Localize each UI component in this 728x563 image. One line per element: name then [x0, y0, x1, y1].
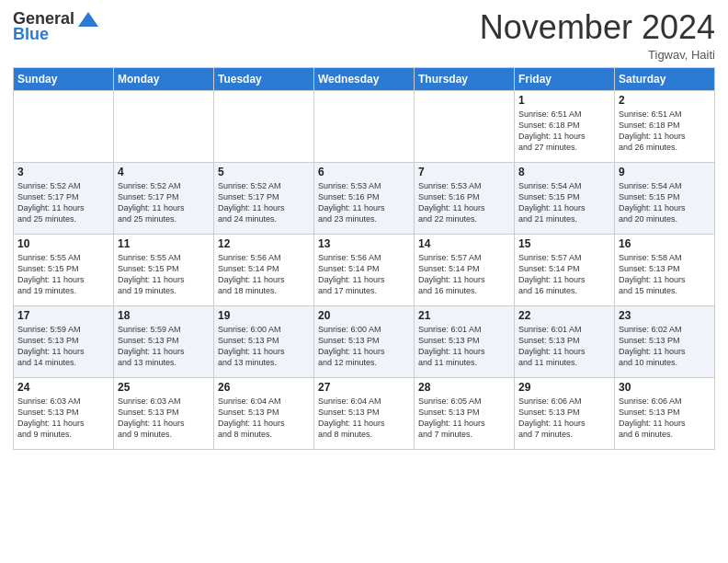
day-number: 4	[118, 166, 210, 178]
week-row-1: 1Sunrise: 6:51 AM Sunset: 6:18 PM Daylig…	[14, 90, 715, 162]
logo: General Blue	[13, 9, 98, 44]
weekday-tuesday: Tuesday	[214, 67, 314, 90]
calendar-cell	[415, 90, 515, 162]
day-number: 5	[218, 166, 310, 178]
calendar-cell: 10Sunrise: 5:55 AM Sunset: 5:15 PM Dayli…	[14, 234, 114, 305]
day-number: 25	[118, 381, 210, 394]
day-info: Sunrise: 6:00 AM Sunset: 5:13 PM Dayligh…	[318, 324, 410, 369]
calendar-cell: 29Sunrise: 6:06 AM Sunset: 5:13 PM Dayli…	[515, 377, 615, 449]
day-info: Sunrise: 6:03 AM Sunset: 5:13 PM Dayligh…	[17, 396, 109, 441]
calendar: SundayMondayTuesdayWednesdayThursdayFrid…	[13, 67, 715, 450]
day-info: Sunrise: 6:05 AM Sunset: 5:13 PM Dayligh…	[418, 396, 510, 441]
calendar-cell: 21Sunrise: 6:01 AM Sunset: 5:13 PM Dayli…	[415, 305, 515, 377]
day-number: 8	[518, 166, 610, 178]
day-number: 10	[17, 237, 109, 250]
calendar-cell: 16Sunrise: 5:58 AM Sunset: 5:13 PM Dayli…	[615, 234, 715, 305]
day-info: Sunrise: 5:53 AM Sunset: 5:16 PM Dayligh…	[318, 180, 410, 225]
month-title: November 2024	[480, 9, 715, 46]
calendar-cell: 14Sunrise: 5:57 AM Sunset: 5:14 PM Dayli…	[415, 234, 515, 305]
day-info: Sunrise: 6:00 AM Sunset: 5:13 PM Dayligh…	[218, 324, 310, 369]
day-info: Sunrise: 6:02 AM Sunset: 5:13 PM Dayligh…	[619, 324, 711, 369]
calendar-cell: 15Sunrise: 5:57 AM Sunset: 5:14 PM Dayli…	[515, 234, 615, 305]
weekday-header-row: SundayMondayTuesdayWednesdayThursdayFrid…	[14, 67, 715, 90]
day-info: Sunrise: 5:53 AM Sunset: 5:16 PM Dayligh…	[418, 180, 510, 225]
calendar-cell: 22Sunrise: 6:01 AM Sunset: 5:13 PM Dayli…	[515, 305, 615, 377]
week-row-2: 3Sunrise: 5:52 AM Sunset: 5:17 PM Daylig…	[14, 162, 715, 234]
day-info: Sunrise: 6:51 AM Sunset: 6:18 PM Dayligh…	[619, 109, 711, 154]
calendar-cell: 5Sunrise: 5:52 AM Sunset: 5:17 PM Daylig…	[214, 162, 314, 234]
calendar-cell: 18Sunrise: 5:59 AM Sunset: 5:13 PM Dayli…	[114, 305, 214, 377]
day-number: 23	[619, 309, 711, 322]
title-block: November 2024 Tigwav, Haiti	[480, 9, 715, 62]
day-number: 19	[218, 309, 310, 322]
day-number: 30	[619, 381, 711, 394]
day-info: Sunrise: 5:52 AM Sunset: 5:17 PM Dayligh…	[17, 180, 109, 225]
day-info: Sunrise: 5:52 AM Sunset: 5:17 PM Dayligh…	[218, 180, 310, 225]
day-info: Sunrise: 6:51 AM Sunset: 6:18 PM Dayligh…	[518, 109, 610, 154]
day-number: 13	[318, 237, 410, 250]
day-info: Sunrise: 6:04 AM Sunset: 5:13 PM Dayligh…	[318, 396, 410, 441]
day-number: 11	[118, 237, 210, 250]
day-info: Sunrise: 5:54 AM Sunset: 5:15 PM Dayligh…	[619, 180, 711, 225]
calendar-cell: 4Sunrise: 5:52 AM Sunset: 5:17 PM Daylig…	[114, 162, 214, 234]
calendar-cell: 26Sunrise: 6:04 AM Sunset: 5:13 PM Dayli…	[214, 377, 314, 449]
day-number: 3	[17, 166, 109, 178]
calendar-cell: 27Sunrise: 6:04 AM Sunset: 5:13 PM Dayli…	[314, 377, 415, 449]
day-info: Sunrise: 5:59 AM Sunset: 5:13 PM Dayligh…	[118, 324, 210, 369]
calendar-cell: 6Sunrise: 5:53 AM Sunset: 5:16 PM Daylig…	[314, 162, 415, 234]
week-row-4: 17Sunrise: 5:59 AM Sunset: 5:13 PM Dayli…	[14, 305, 715, 377]
calendar-cell	[114, 90, 214, 162]
calendar-cell: 9Sunrise: 5:54 AM Sunset: 5:15 PM Daylig…	[615, 162, 715, 234]
calendar-cell: 12Sunrise: 5:56 AM Sunset: 5:14 PM Dayli…	[214, 234, 314, 305]
calendar-cell: 23Sunrise: 6:02 AM Sunset: 5:13 PM Dayli…	[615, 305, 715, 377]
week-row-5: 24Sunrise: 6:03 AM Sunset: 5:13 PM Dayli…	[14, 377, 715, 449]
location: Tigwav, Haiti	[480, 48, 715, 62]
day-info: Sunrise: 5:57 AM Sunset: 5:14 PM Dayligh…	[418, 252, 510, 297]
calendar-cell: 11Sunrise: 5:55 AM Sunset: 5:15 PM Dayli…	[114, 234, 214, 305]
weekday-thursday: Thursday	[415, 67, 515, 90]
logo-icon	[78, 12, 98, 27]
weekday-monday: Monday	[114, 67, 214, 90]
calendar-cell: 24Sunrise: 6:03 AM Sunset: 5:13 PM Dayli…	[14, 377, 114, 449]
calendar-cell: 19Sunrise: 6:00 AM Sunset: 5:13 PM Dayli…	[214, 305, 314, 377]
day-info: Sunrise: 6:04 AM Sunset: 5:13 PM Dayligh…	[218, 396, 310, 441]
calendar-cell: 8Sunrise: 5:54 AM Sunset: 5:15 PM Daylig…	[515, 162, 615, 234]
calendar-cell	[14, 90, 114, 162]
weekday-friday: Friday	[515, 67, 615, 90]
day-info: Sunrise: 5:52 AM Sunset: 5:17 PM Dayligh…	[118, 180, 210, 225]
day-info: Sunrise: 6:06 AM Sunset: 5:13 PM Dayligh…	[619, 396, 711, 441]
day-number: 17	[17, 309, 109, 322]
day-info: Sunrise: 6:06 AM Sunset: 5:13 PM Dayligh…	[518, 396, 610, 441]
day-number: 18	[118, 309, 210, 322]
day-number: 12	[218, 237, 310, 250]
day-info: Sunrise: 6:01 AM Sunset: 5:13 PM Dayligh…	[518, 324, 610, 369]
calendar-cell: 28Sunrise: 6:05 AM Sunset: 5:13 PM Dayli…	[415, 377, 515, 449]
calendar-cell: 7Sunrise: 5:53 AM Sunset: 5:16 PM Daylig…	[415, 162, 515, 234]
calendar-cell: 3Sunrise: 5:52 AM Sunset: 5:17 PM Daylig…	[14, 162, 114, 234]
day-number: 6	[318, 166, 410, 178]
week-row-3: 10Sunrise: 5:55 AM Sunset: 5:15 PM Dayli…	[14, 234, 715, 305]
day-info: Sunrise: 5:57 AM Sunset: 5:14 PM Dayligh…	[518, 252, 610, 297]
day-info: Sunrise: 5:54 AM Sunset: 5:15 PM Dayligh…	[518, 180, 610, 225]
day-number: 16	[619, 237, 711, 250]
calendar-cell: 17Sunrise: 5:59 AM Sunset: 5:13 PM Dayli…	[14, 305, 114, 377]
day-info: Sunrise: 5:59 AM Sunset: 5:13 PM Dayligh…	[17, 324, 109, 369]
day-info: Sunrise: 6:03 AM Sunset: 5:13 PM Dayligh…	[118, 396, 210, 441]
day-info: Sunrise: 6:01 AM Sunset: 5:13 PM Dayligh…	[418, 324, 510, 369]
day-number: 29	[518, 381, 610, 394]
day-number: 14	[418, 237, 510, 250]
weekday-wednesday: Wednesday	[314, 67, 415, 90]
day-info: Sunrise: 5:58 AM Sunset: 5:13 PM Dayligh…	[619, 252, 711, 297]
day-number: 22	[518, 309, 610, 322]
day-number: 28	[418, 381, 510, 394]
day-number: 7	[418, 166, 510, 178]
calendar-cell: 2Sunrise: 6:51 AM Sunset: 6:18 PM Daylig…	[615, 90, 715, 162]
calendar-cell: 20Sunrise: 6:00 AM Sunset: 5:13 PM Dayli…	[314, 305, 415, 377]
page: General Blue November 2024 Tigwav, Haiti…	[0, 0, 728, 563]
weekday-saturday: Saturday	[615, 67, 715, 90]
calendar-cell	[214, 90, 314, 162]
day-info: Sunrise: 5:55 AM Sunset: 5:15 PM Dayligh…	[17, 252, 109, 297]
day-number: 27	[318, 381, 410, 394]
calendar-cell: 1Sunrise: 6:51 AM Sunset: 6:18 PM Daylig…	[515, 90, 615, 162]
day-number: 21	[418, 309, 510, 322]
